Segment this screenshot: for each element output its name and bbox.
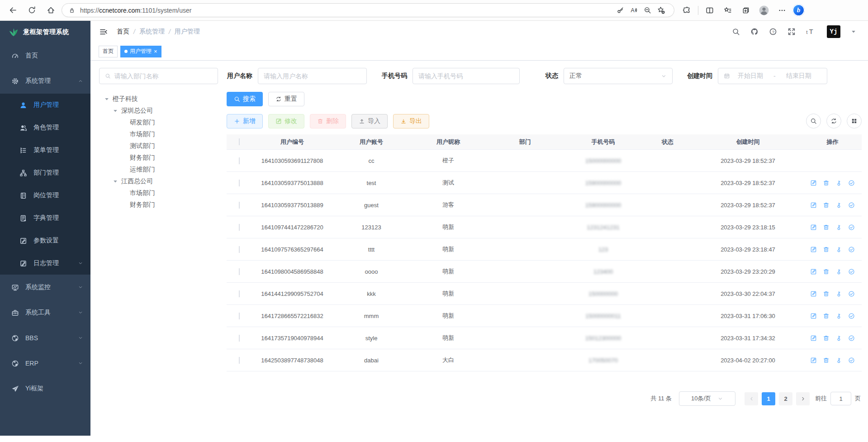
github-icon[interactable]	[750, 27, 759, 36]
row-assign-role-icon[interactable]	[848, 202, 855, 209]
tree-item[interactable]: 橙子科技	[99, 93, 227, 105]
tab-close-icon[interactable]: ×	[154, 48, 157, 54]
row-assign-role-icon[interactable]	[848, 290, 855, 297]
browser-refresh-button[interactable]	[24, 2, 40, 19]
date-start-placeholder[interactable]: 开始日期	[734, 72, 767, 80]
tree-item[interactable]: 深圳总公司	[99, 105, 227, 117]
sidebar-item-菜单管理[interactable]: 菜单管理	[0, 139, 90, 162]
collections-icon[interactable]	[738, 3, 754, 18]
row-edit-icon[interactable]	[810, 357, 817, 364]
profile-avatar[interactable]	[756, 3, 772, 18]
breadcrumb-item[interactable]: 首页 /	[117, 28, 139, 36]
browser-home-button[interactable]	[43, 2, 59, 19]
add-button[interactable]: 新增	[227, 114, 263, 128]
row-reset-password-icon[interactable]	[835, 290, 842, 297]
row-edit-icon[interactable]	[810, 335, 817, 342]
sidebar-item-首页[interactable]: 首页	[0, 43, 90, 68]
import-button[interactable]: 导入	[351, 114, 388, 128]
read-aloud-icon[interactable]	[627, 4, 640, 17]
date-end-placeholder[interactable]: 结束日期	[782, 72, 816, 80]
password-key-icon[interactable]	[613, 4, 627, 17]
header-search-icon[interactable]	[731, 27, 740, 36]
sidebar-collapse-icon[interactable]	[97, 25, 109, 38]
row-assign-role-icon[interactable]	[848, 313, 855, 319]
phone-field[interactable]	[418, 72, 514, 80]
tree-item[interactable]: 财务部门	[99, 152, 227, 164]
fullscreen-icon[interactable]	[787, 27, 796, 36]
row-edit-icon[interactable]	[810, 313, 817, 319]
sidebar-item-角色管理[interactable]: 角色管理	[0, 116, 90, 139]
row-reset-password-icon[interactable]	[835, 268, 842, 275]
tree-expand-caret-icon[interactable]	[112, 107, 119, 114]
row-checkbox[interactable]	[239, 335, 240, 342]
breadcrumb-label[interactable]: 系统管理	[139, 28, 165, 36]
copilot-icon[interactable]: b	[792, 4, 805, 16]
goto-page-input[interactable]	[830, 392, 851, 405]
search-button[interactable]: 搜索	[227, 92, 263, 106]
split-screen-icon[interactable]	[702, 3, 717, 18]
avatar-dropdown-caret-icon[interactable]	[850, 28, 857, 35]
address-bar[interactable]: https://ccnetcore.com:1101/system/user	[62, 3, 674, 17]
row-reset-password-icon[interactable]	[835, 224, 842, 231]
table-refresh-button[interactable]	[826, 114, 841, 128]
dept-name-field[interactable]	[114, 72, 212, 80]
tree-item[interactable]: 江西总公司	[99, 176, 227, 187]
font-size-icon[interactable]	[806, 27, 815, 36]
table-search-toggle-button[interactable]	[806, 114, 821, 128]
sidebar-item-参数设置[interactable]: 参数设置	[0, 229, 90, 252]
favorites-icon[interactable]	[720, 3, 735, 18]
page-number-button[interactable]: 1	[762, 392, 775, 405]
view-tab[interactable]: 用户管理 ×	[120, 46, 161, 57]
sidebar-item-日志管理[interactable]: 日志管理	[0, 252, 90, 275]
modify-button[interactable]: 修改	[268, 114, 304, 128]
row-checkbox[interactable]	[239, 290, 240, 297]
extensions-icon[interactable]	[679, 3, 694, 18]
breadcrumb-item[interactable]: 用户管理	[175, 28, 200, 36]
row-assign-role-icon[interactable]	[848, 180, 855, 186]
column-settings-button[interactable]	[847, 114, 862, 128]
sidebar-item-部门管理[interactable]: 部门管理	[0, 162, 90, 184]
select-all-checkbox[interactable]	[239, 138, 240, 145]
row-delete-icon[interactable]	[823, 224, 830, 231]
browser-back-button[interactable]	[5, 2, 21, 19]
delete-button[interactable]: 删除	[310, 114, 346, 128]
tree-item[interactable]: 研发部门	[99, 117, 227, 128]
sidebar-item-BBS[interactable]: BBS	[0, 325, 90, 351]
row-checkbox[interactable]	[239, 357, 240, 364]
row-delete-icon[interactable]	[823, 180, 830, 186]
export-button[interactable]: 导出	[393, 114, 429, 128]
tree-item[interactable]: 运维部门	[99, 164, 227, 176]
sidebar-item-ERP[interactable]: ERP	[0, 351, 90, 376]
lock-icon[interactable]	[68, 7, 76, 14]
row-checkbox[interactable]	[239, 157, 240, 164]
tree-expand-caret-icon[interactable]	[103, 95, 110, 103]
view-tab[interactable]: 首页	[99, 46, 118, 57]
sidebar-item-岗位管理[interactable]: 岗位管理	[0, 184, 90, 207]
browser-menu-icon[interactable]	[774, 3, 790, 18]
row-checkbox[interactable]	[239, 268, 240, 275]
row-assign-role-icon[interactable]	[848, 357, 855, 364]
next-page-button[interactable]	[796, 392, 810, 405]
sidebar-item-Yi框架[interactable]: Yi框架	[0, 376, 90, 401]
breadcrumb-label[interactable]: 用户管理	[175, 28, 200, 36]
row-edit-icon[interactable]	[810, 180, 817, 186]
row-reset-password-icon[interactable]	[835, 313, 842, 319]
sidebar-item-字典管理[interactable]: 字典管理	[0, 207, 90, 229]
row-delete-icon[interactable]	[823, 357, 830, 364]
tree-item[interactable]: 市场部门	[99, 187, 227, 199]
row-edit-icon[interactable]	[810, 202, 817, 209]
sidebar-item-系统管理[interactable]: 系统管理	[0, 68, 90, 94]
date-range-picker[interactable]: 开始日期 - 结束日期	[718, 68, 827, 84]
zoom-out-icon[interactable]	[640, 4, 654, 17]
row-edit-icon[interactable]	[810, 268, 817, 275]
row-reset-password-icon[interactable]	[835, 335, 842, 342]
sidebar-item-系统监控[interactable]: 系统监控	[0, 275, 90, 300]
add-favorite-icon[interactable]	[654, 4, 668, 17]
tree-item[interactable]: 财务部门	[99, 199, 227, 211]
sidebar-item-系统工具[interactable]: 系统工具	[0, 300, 90, 325]
sidebar-item-用户管理[interactable]: 用户管理	[0, 94, 90, 116]
row-assign-role-icon[interactable]	[848, 268, 855, 275]
tree-item[interactable]: 市场部门	[99, 128, 227, 140]
row-delete-icon[interactable]	[823, 290, 830, 297]
row-assign-role-icon[interactable]	[848, 224, 855, 231]
